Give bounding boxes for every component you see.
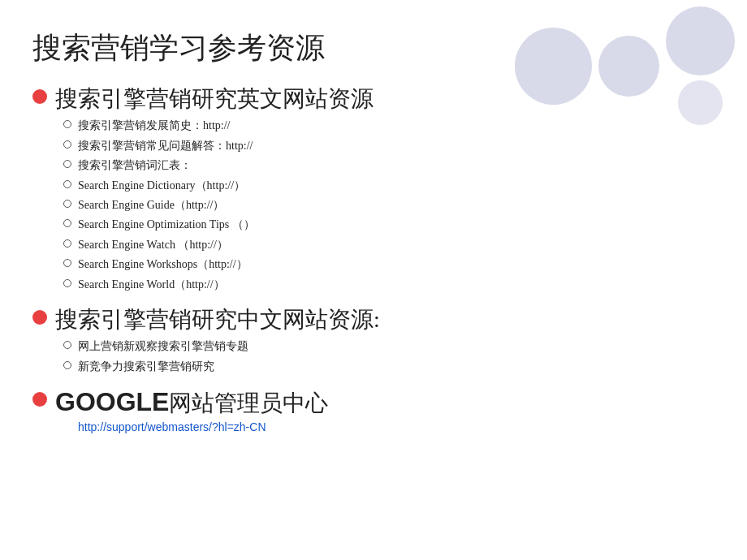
section-google: GOOGLE网站管理员中心 http://support/webmasters/… <box>32 387 715 433</box>
google-heading-line: GOOGLE网站管理员中心 <box>55 387 715 419</box>
list-item: Search Engine World（http://） <box>55 276 715 294</box>
sub-bullet-icon <box>63 239 71 248</box>
list-item: Search Engine Watch （http://） <box>55 236 715 254</box>
sub-item-text: 搜索引擎营销发展简史：http:// <box>78 117 230 135</box>
bullet-chinese <box>32 310 47 325</box>
google-title: GOOGLE <box>55 387 169 416</box>
sub-item-text: 新竞争力搜索引擎营销研究 <box>78 358 214 376</box>
sub-bullet-icon <box>63 180 71 188</box>
circle-3 <box>666 6 735 75</box>
sub-item-text: Search Engine World（http://） <box>78 276 225 294</box>
google-content: GOOGLE网站管理员中心 http://support/webmasters/… <box>55 387 715 433</box>
sub-bullet-icon <box>63 279 71 287</box>
list-item: Search Engine Guide（http://） <box>55 196 715 214</box>
sub-item-text: Search Engine Watch （http://） <box>78 236 228 254</box>
bullet-google <box>32 392 47 407</box>
sub-bullet-icon <box>63 200 71 208</box>
sub-item-text: Search Engine Dictionary（http://） <box>78 177 245 195</box>
list-item: Search Engine Workshops（http://） <box>55 256 715 274</box>
sub-item-text: Search Engine Workshops（http://） <box>78 256 248 274</box>
bullet-english <box>32 89 47 104</box>
google-url[interactable]: http://support/webmasters/?hl=zh-CN <box>55 420 715 433</box>
sub-item-text: Search Engine Guide（http://） <box>78 196 224 214</box>
list-item: 搜索引擎营销常见问题解答：http:// <box>55 137 715 155</box>
sub-item-text: 搜索引擎营销常见问题解答：http:// <box>78 137 253 155</box>
list-item: 新竞争力搜索引擎营销研究 <box>55 358 715 376</box>
sub-bullet-icon <box>63 140 71 149</box>
google-suffix: 网站管理员中心 <box>169 390 328 416</box>
english-heading: 搜索引擎营销研究英文网站资源 <box>55 86 374 111</box>
main-list: 搜索引擎营销研究英文网站资源 搜索引擎营销发展简史：http:// 搜索引擎营销… <box>32 84 715 433</box>
sub-bullet-icon <box>63 341 71 349</box>
decorative-circles <box>515 6 735 125</box>
chinese-sub-list: 网上营销新观察搜索引擎营销专题 新竞争力搜索引擎营销研究 <box>55 338 715 376</box>
list-item: 网上营销新观察搜索引擎营销专题 <box>55 338 715 355</box>
sub-item-text: Search Engine Optimization Tips （） <box>78 216 255 234</box>
list-item: Search Engine Optimization Tips （） <box>55 216 715 234</box>
list-item: Search Engine Dictionary（http://） <box>55 177 715 195</box>
sub-item-text: 网上营销新观察搜索引擎营销专题 <box>78 338 248 355</box>
circle-4 <box>678 80 723 125</box>
slide: 搜索营销学习参考资源 搜索引擎营销研究英文网站资源 搜索引擎营销发展简史：htt… <box>0 0 747 560</box>
sub-bullet-icon <box>63 219 71 227</box>
sub-bullet-icon <box>63 361 71 369</box>
circle-1 <box>515 28 592 105</box>
sub-bullet-icon <box>63 259 71 267</box>
circle-2 <box>598 36 659 97</box>
sub-bullet-icon <box>63 120 71 128</box>
list-item: 搜索引擎营销词汇表： <box>55 157 715 174</box>
english-sub-list: 搜索引擎营销发展简史：http:// 搜索引擎营销常见问题解答：http:// … <box>55 117 715 294</box>
chinese-content: 搜索引擎营销研究中文网站资源: 网上营销新观察搜索引擎营销专题 新竞争力搜索引擎… <box>55 305 715 377</box>
sub-bullet-icon <box>63 160 71 168</box>
sub-item-text: 搜索引擎营销词汇表： <box>78 157 192 174</box>
section-chinese: 搜索引擎营销研究中文网站资源: 网上营销新观察搜索引擎营销专题 新竞争力搜索引擎… <box>32 305 715 377</box>
chinese-heading: 搜索引擎营销研究中文网站资源: <box>55 307 380 332</box>
